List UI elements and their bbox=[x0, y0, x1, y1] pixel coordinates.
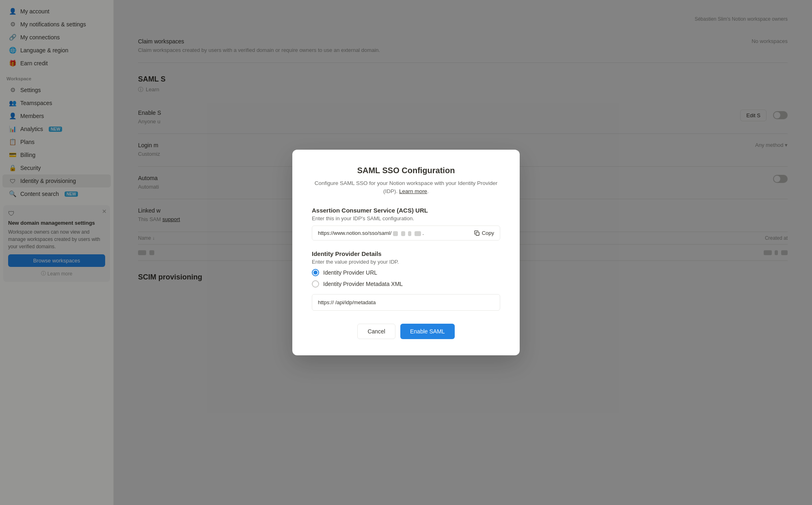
acs-url-input-row: https://www.notion.so/sso/saml/ . Copy bbox=[312, 226, 500, 241]
modal-title: SAML SSO Configuration bbox=[312, 166, 500, 175]
idp-details-label: Identity Provider Details bbox=[312, 250, 500, 257]
acs-url-label: Assertion Consumer Service (ACS) URL bbox=[312, 207, 500, 214]
radio-group: Identity Provider URL Identity Provider … bbox=[312, 269, 500, 288]
modal-actions: Cancel Enable SAML bbox=[312, 324, 500, 339]
enable-saml-button[interactable]: Enable SAML bbox=[400, 324, 455, 339]
idp-details-section: Identity Provider Details Enter the valu… bbox=[312, 250, 500, 311]
cancel-button[interactable]: Cancel bbox=[357, 324, 395, 339]
modal-learn-more-link[interactable]: Learn more bbox=[399, 188, 427, 194]
saml-config-modal: SAML SSO Configuration Configure SAML SS… bbox=[292, 150, 520, 356]
svg-rect-0 bbox=[476, 232, 479, 235]
acs-url-sublabel: Enter this in your IDP's SAML configurat… bbox=[312, 215, 500, 221]
radio-idp-url[interactable]: Identity Provider URL bbox=[312, 269, 500, 276]
redacted-block bbox=[401, 231, 405, 236]
idp-details-sublabel: Enter the value provided by your IDP. bbox=[312, 259, 500, 265]
radio-idp-url-circle bbox=[312, 269, 319, 276]
copy-url-button[interactable]: Copy bbox=[474, 230, 494, 236]
acs-url-value: https://www.notion.so/sso/saml/ . bbox=[318, 230, 471, 236]
radio-idp-metadata[interactable]: Identity Provider Metadata XML bbox=[312, 280, 500, 288]
acs-url-section: Assertion Consumer Service (ACS) URL Ent… bbox=[312, 207, 500, 241]
idp-url-input[interactable] bbox=[312, 294, 500, 311]
copy-icon bbox=[474, 230, 480, 236]
redacted-block bbox=[393, 231, 398, 236]
radio-idp-metadata-circle bbox=[312, 280, 319, 288]
modal-subtitle: Configure SAML SSO for your Notion works… bbox=[312, 179, 500, 196]
modal-overlay: SAML SSO Configuration Configure SAML SS… bbox=[0, 0, 812, 505]
redacted-block bbox=[408, 231, 411, 236]
redacted-block bbox=[415, 231, 421, 236]
